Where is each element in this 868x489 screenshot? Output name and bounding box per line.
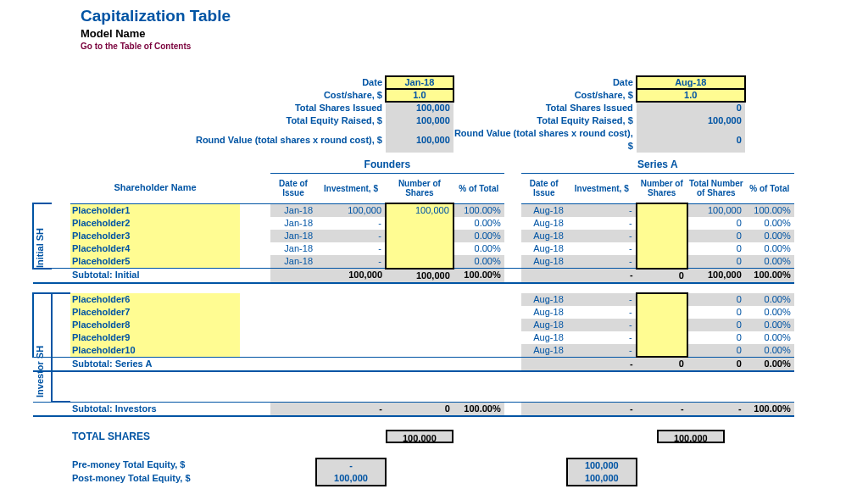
shareholder-name[interactable]: Placeholder1 — [70, 203, 240, 217]
total-shares-label: TOTAL SHARES — [70, 429, 240, 446]
a-shares[interactable] — [637, 344, 687, 358]
label-date: Date — [33, 76, 386, 89]
a-pct: 0.00% — [745, 306, 794, 319]
col-pct-f: % of Total — [453, 173, 504, 203]
f-inv: - — [316, 230, 386, 242]
f-shares[interactable] — [386, 217, 453, 230]
a-shares[interactable] — [637, 306, 687, 319]
a-date: Aug-18 — [521, 306, 567, 319]
a-inv: - — [567, 331, 637, 344]
seriesa-round: 0 — [637, 127, 745, 153]
founders-equity: 100,000 — [386, 114, 453, 127]
a-shares[interactable] — [637, 217, 687, 230]
shareholder-name[interactable]: Placeholder2 — [70, 217, 240, 230]
a-shares[interactable] — [637, 331, 687, 344]
a-date: Aug-18 — [521, 319, 567, 331]
a-date: Aug-18 — [521, 293, 567, 306]
shareholder-name[interactable]: Placeholder8 — [70, 319, 240, 331]
col-date-f: Date of Issue — [270, 173, 316, 203]
subtotal-investors-label: Subtotal: Investors — [70, 402, 240, 416]
a-shares[interactable] — [637, 255, 687, 269]
founders-date[interactable]: Jan-18 — [386, 76, 453, 89]
page-title: Capitalization Table — [81, 7, 868, 25]
label-shares-issued-2: Total Shares Issued — [453, 102, 637, 114]
a-inv: - — [567, 255, 637, 269]
f-shares[interactable]: 100,000 — [386, 203, 453, 217]
f-inv: - — [316, 255, 386, 269]
table-row: Placeholder10Aug-18-00.00% — [33, 344, 794, 358]
f-pct: 0.00% — [453, 217, 504, 230]
f-date: Jan-18 — [270, 255, 316, 269]
seriesa-cost[interactable]: 1.0 — [637, 89, 745, 102]
a-shares[interactable] — [637, 242, 687, 255]
a-pct: 0.00% — [745, 242, 794, 255]
a-pct: 0.00% — [745, 319, 794, 331]
col-pct-a: % of Total — [745, 173, 794, 203]
a-shares[interactable] — [637, 230, 687, 242]
label-cost-2: Cost/share, $ — [453, 89, 637, 102]
founders-header: Founders — [270, 158, 504, 173]
col-date-a: Date of Issue — [521, 173, 567, 203]
pre-money-a: 100,000 — [567, 458, 637, 472]
f-shares[interactable] — [386, 255, 453, 269]
a-shares[interactable] — [637, 203, 687, 217]
sub-sa-ainv: - — [567, 357, 637, 371]
toc-link[interactable]: Go to the Table of Contents — [81, 42, 868, 51]
post-money-a: 100,000 — [567, 472, 637, 486]
a-date: Aug-18 — [521, 217, 567, 230]
cap-table: Date Jan-18 Date Aug-18 Cost/share, $ 1.… — [32, 76, 794, 486]
founders-cost[interactable]: 1.0 — [386, 89, 453, 102]
table-row: Placeholder2Jan-18-0.00%Aug-18-00.00% — [33, 217, 794, 230]
pre-money-f: - — [316, 458, 386, 472]
shareholder-name[interactable]: Placeholder10 — [70, 344, 240, 358]
col-sh-f: Number of Shares — [386, 173, 453, 203]
f-shares[interactable] — [386, 242, 453, 255]
a-inv: - — [567, 306, 637, 319]
sub-init-atot: 100,000 — [687, 269, 745, 283]
sub-init-ash: 0 — [637, 269, 687, 283]
label-round: Round Value (total shares x round cost),… — [33, 127, 386, 153]
label-equity: Total Equity Raised, $ — [33, 114, 386, 127]
shareholder-name[interactable]: Placeholder5 — [70, 255, 240, 269]
table-row: Placeholder3Jan-18-0.00%Aug-18-00.00% — [33, 230, 794, 242]
sub-inv-ash: - — [637, 402, 687, 416]
label-date-2: Date — [453, 76, 637, 89]
a-date: Aug-18 — [521, 255, 567, 269]
subtotal-investors-row: Subtotal: Investors - 0 100.00% - - - 10… — [33, 402, 794, 416]
f-inv: 100,000 — [316, 203, 386, 217]
shareholder-name[interactable]: Placeholder6 — [70, 293, 240, 306]
sub-inv-fsh: 0 — [386, 402, 453, 416]
f-shares[interactable] — [386, 230, 453, 242]
a-shares[interactable] — [637, 319, 687, 331]
sub-inv-finv: - — [316, 402, 386, 416]
a-shares[interactable] — [637, 293, 687, 306]
a-inv: - — [567, 293, 637, 306]
table-row: Placeholder9Aug-18-00.00% — [33, 331, 794, 344]
post-money-label: Post-money Total Equity, $ — [70, 472, 240, 486]
a-inv: - — [567, 217, 637, 230]
total-shares-f: 100,000 — [386, 430, 453, 443]
f-date: Jan-18 — [270, 203, 316, 217]
founders-round: 100,000 — [386, 127, 453, 153]
sub-init-fsh: 100,000 — [386, 269, 453, 283]
post-money-f: 100,000 — [316, 472, 386, 486]
shareholder-name[interactable]: Placeholder7 — [70, 306, 240, 319]
table-row: Placeholder8Aug-18-00.00% — [33, 319, 794, 331]
post-money-row: Post-money Total Equity, $ 100,000 100,0… — [33, 472, 794, 486]
summary-date-row: Date Jan-18 Date Aug-18 — [33, 76, 794, 89]
a-tot: 0 — [687, 306, 745, 319]
sub-init-ainv: - — [567, 269, 637, 283]
label-round-2: Round Value (total shares x round cost),… — [453, 127, 637, 153]
shareholder-name[interactable]: Placeholder4 — [70, 242, 240, 255]
f-pct: 0.00% — [453, 230, 504, 242]
a-tot: 100,000 — [687, 203, 745, 217]
shareholder-name[interactable]: Placeholder3 — [70, 230, 240, 242]
f-date: Jan-18 — [270, 230, 316, 242]
sub-init-finv: 100,000 — [316, 269, 386, 283]
a-tot: 0 — [687, 319, 745, 331]
shareholder-name[interactable]: Placeholder9 — [70, 331, 240, 344]
seriesa-date[interactable]: Aug-18 — [637, 76, 745, 89]
sub-sa-ash: 0 — [637, 357, 687, 371]
col-inv-a: Investment, $ — [567, 173, 637, 203]
a-tot: 0 — [687, 230, 745, 242]
